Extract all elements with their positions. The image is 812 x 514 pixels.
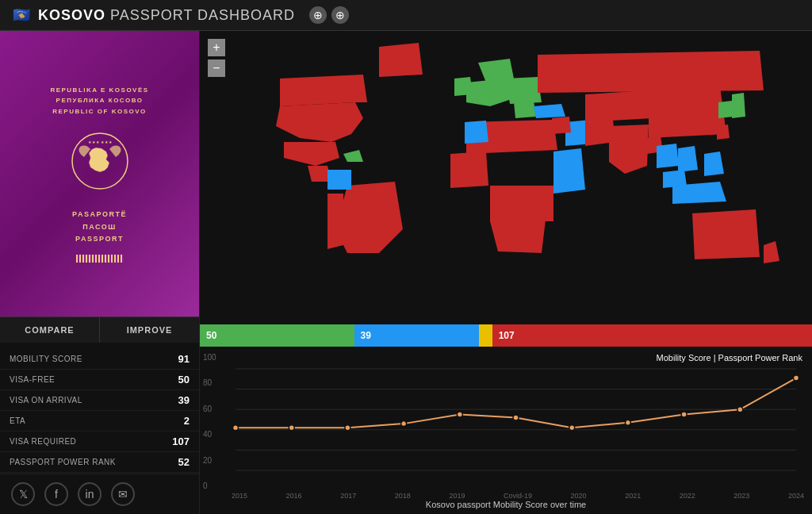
facebook-icon[interactable]: f — [44, 482, 68, 506]
improve-button[interactable]: IMPROVE — [100, 317, 199, 343]
header: 🇽🇰 KOSOVO PASSPORT DASHBOARD ⊕ ⊕ — [0, 0, 812, 31]
y-label: 100 — [203, 353, 216, 362]
chart-title-main: Mobility Score — [657, 353, 711, 362]
world-map: + − — [200, 31, 812, 324]
stat-value: 39 — [178, 394, 190, 406]
social-links: 𝕏 f in ✉ — [0, 474, 199, 514]
country-name: KOSOVO — [38, 7, 105, 23]
bar-required-label: 107 — [499, 330, 515, 341]
stat-label: ETA — [10, 416, 25, 425]
svg-point-11 — [345, 425, 350, 431]
y-label: 60 — [203, 405, 216, 413]
stat-label: VISA-FREE — [10, 375, 55, 384]
page-title: KOSOVO PASSPORT DASHBOARD — [38, 7, 295, 24]
stat-row: VISA-FREE 50 — [0, 370, 199, 390]
chart-title-sub: Passport Power Rank — [718, 353, 802, 362]
x-label: 2021 — [625, 492, 641, 500]
svg-text:★ ★ ★ ★ ★ ★: ★ ★ ★ ★ ★ ★ — [87, 140, 113, 144]
x-label: 2024 — [788, 492, 804, 500]
passport-barcode — [76, 255, 124, 263]
stat-row: VISA ON ARRIVAL 39 — [0, 390, 199, 411]
passport-emblem: ★ ★ ★ ★ ★ ★ — [68, 129, 132, 193]
bar-eta — [479, 324, 492, 347]
compare-button[interactable]: COMPARE — [0, 317, 100, 343]
x-label: 2019 — [449, 492, 465, 500]
linkedin-icon[interactable]: in — [78, 482, 102, 506]
passport-header-text: REPUBLIKA E KOSOVËS РЕПУБЛИКА КОСОВО REP… — [50, 85, 148, 117]
y-label: 20 — [203, 456, 216, 465]
stat-value: 91 — [178, 353, 190, 365]
chart-legend: Mobility Score | Passport Power Rank — [657, 353, 802, 362]
stat-row: PASSPORT POWER RANK 52 — [0, 452, 199, 473]
x-label: 2016 — [286, 492, 302, 500]
twitter-icon[interactable]: 𝕏 — [11, 482, 35, 506]
bar-visa-free: 50 — [200, 324, 354, 347]
bar-visa-required: 107 — [492, 324, 812, 347]
x-label: 2015 — [232, 492, 247, 500]
stat-value: 52 — [178, 456, 190, 468]
compare-improve-bar: COMPARE IMPROVE — [0, 316, 199, 343]
x-label: 2020 — [571, 492, 587, 500]
map-svg — [200, 31, 812, 324]
bar-visa-free-label: 50 — [206, 330, 216, 341]
stat-label: VISA ON ARRIVAL — [10, 396, 82, 405]
svg-point-10 — [289, 425, 294, 431]
x-label: Covid-19 — [504, 492, 532, 500]
flag-icon: 🇽🇰 — [13, 6, 30, 24]
y-axis: 100806040200 — [203, 353, 216, 490]
chart-area: Mobility Score | Passport Power Rank 100… — [200, 347, 812, 514]
info-button[interactable]: ⊕ — [309, 6, 327, 24]
svg-point-19 — [794, 375, 799, 381]
x-label: 2022 — [680, 492, 695, 500]
svg-point-9 — [233, 425, 239, 431]
svg-point-17 — [681, 412, 687, 417]
chart-bottom-label: Kosovo passport Mobility Score over time — [426, 500, 586, 509]
zoom-out-button[interactable]: − — [208, 59, 225, 77]
svg-point-18 — [737, 407, 743, 412]
passport-cover: REPUBLIKA E KOSOVËS РЕПУБЛИКА КОСОВО REP… — [0, 31, 199, 316]
x-axis: 20152016201720182019Covid-19202020212022… — [232, 492, 804, 500]
stat-label: MOBILITY SCORE — [10, 355, 82, 363]
x-label: 2023 — [733, 492, 749, 500]
stat-label: VISA REQUIRED — [10, 437, 76, 446]
main-layout: REPUBLIKA E KOSOVËS РЕПУБЛИКА КОСОВО REP… — [0, 31, 812, 514]
bar-on-arrival-label: 39 — [361, 330, 371, 341]
stat-row: ETA 2 — [0, 411, 199, 432]
stat-value: 2 — [184, 415, 190, 427]
svg-point-12 — [401, 421, 407, 427]
email-icon[interactable]: ✉ — [111, 482, 135, 506]
stat-label: PASSPORT POWER RANK — [10, 458, 116, 466]
svg-point-15 — [569, 425, 575, 431]
svg-point-13 — [457, 412, 462, 417]
right-panel: + − — [200, 31, 812, 514]
stat-value: 50 — [178, 374, 190, 386]
y-label: 80 — [203, 378, 216, 387]
zoom-in-button[interactable]: + — [208, 39, 225, 56]
title-rest: PASSPORT DASHBOARD — [110, 7, 295, 23]
bar-visa-on-arrival: 39 — [354, 324, 479, 347]
stat-value: 107 — [172, 435, 190, 447]
share-button[interactable]: ⊕ — [331, 6, 349, 24]
svg-point-16 — [625, 420, 630, 425]
passport-footer-text: PASAPORTË ПАСОШ PASSPORT — [72, 209, 127, 245]
y-label: 0 — [203, 481, 216, 490]
y-label: 40 — [203, 430, 216, 439]
left-panel: REPUBLIKA E KOSOVËS РЕПУБЛИКА КОСОВО REP… — [0, 31, 200, 514]
header-buttons: ⊕ ⊕ — [309, 6, 349, 24]
mobility-line-chart — [232, 353, 804, 490]
access-bar: 50 39 107 — [200, 324, 812, 347]
x-label: 2018 — [395, 492, 411, 500]
svg-point-14 — [513, 415, 519, 420]
stats-panel: MOBILITY SCORE 91 VISA-FREE 50 VISA ON A… — [0, 343, 199, 474]
stat-row: VISA REQUIRED 107 — [0, 432, 199, 452]
stat-row: MOBILITY SCORE 91 — [0, 349, 199, 370]
x-label: 2017 — [340, 492, 356, 500]
